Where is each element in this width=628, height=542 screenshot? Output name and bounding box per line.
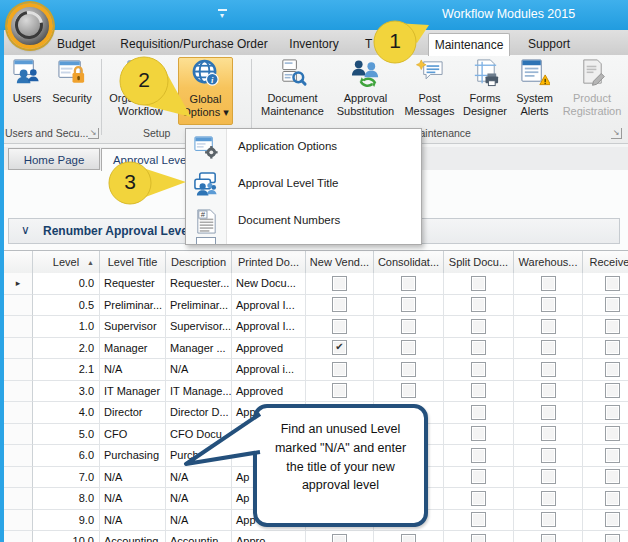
checkbox-unchecked-icon[interactable] — [332, 362, 347, 377]
cell-level[interactable]: 7.0 — [33, 467, 100, 489]
cell-description[interactable]: IT Manage... — [166, 381, 232, 403]
checkbox-unchecked-icon[interactable] — [332, 276, 347, 291]
ribbon-tab-maintenance[interactable]: Maintenance — [428, 33, 510, 56]
cell-level[interactable]: 2.1 — [33, 359, 100, 381]
cell-level-title[interactable]: N/A — [100, 359, 166, 381]
checkbox-unchecked-icon[interactable] — [471, 426, 486, 441]
dialog-launcher-icon[interactable]: ↘ — [611, 128, 622, 139]
checkbox-unchecked-icon[interactable] — [605, 426, 620, 441]
checkbox-unchecked-icon[interactable] — [471, 512, 486, 527]
checkbox-unchecked-icon[interactable] — [471, 405, 486, 420]
checkbox-unchecked-icon[interactable] — [471, 362, 486, 377]
cell-level[interactable]: 1.0 — [33, 316, 100, 338]
ribbon-tab-requisition-purchase-order[interactable]: Requisition/Purchase Order — [118, 33, 270, 55]
ribbon-button-approval-substitution[interactable]: ApprovalSubstitution — [330, 57, 401, 118]
checkbox-unchecked-icon[interactable] — [605, 469, 620, 484]
ribbon-button-security[interactable]: Security — [48, 57, 96, 105]
ribbon-tab-support[interactable]: Support — [510, 33, 588, 55]
checkbox-unchecked-icon[interactable] — [605, 319, 620, 334]
checkbox-unchecked-icon[interactable] — [541, 297, 556, 312]
checkbox-unchecked-icon[interactable] — [605, 340, 620, 355]
checkbox-unchecked-icon[interactable] — [605, 276, 620, 291]
checkbox-unchecked-icon[interactable] — [605, 362, 620, 377]
grid-header-split-docu-[interactable]: Split Docu... — [444, 251, 514, 273]
checkbox-unchecked-icon[interactable] — [332, 383, 347, 398]
cell-level-title[interactable]: Preliminar... — [100, 295, 166, 317]
checkbox-unchecked-icon[interactable] — [332, 319, 347, 334]
checkbox-unchecked-icon[interactable] — [541, 319, 556, 334]
checkbox-unchecked-icon[interactable] — [541, 405, 556, 420]
cell-printed-doc[interactable]: Approval i... — [232, 359, 306, 381]
cell-level[interactable]: 4.0 — [33, 402, 100, 424]
checkbox-unchecked-icon[interactable] — [471, 469, 486, 484]
grid-row-level-10.0[interactable]: 10.0AccountingAccountin...Appro — [4, 531, 628, 542]
cell-level-title[interactable]: N/A — [100, 467, 166, 489]
cell-level-title[interactable]: Manager — [100, 338, 166, 360]
cell-level[interactable]: 0.5 — [33, 295, 100, 317]
cell-printed-doc[interactable]: Approved — [232, 381, 306, 403]
checkbox-unchecked-icon[interactable] — [332, 534, 347, 542]
checkbox-unchecked-icon[interactable] — [605, 534, 620, 542]
cell-description[interactable]: Supervisor... — [166, 316, 232, 338]
checkbox-unchecked-icon[interactable] — [541, 448, 556, 463]
grid-row-level-0.0[interactable]: ▸0.0RequesterRequester...New Docu... — [4, 273, 628, 295]
grid-row-level-3.0[interactable]: 3.0IT ManagerIT Manage...Approved — [4, 381, 628, 403]
checkbox-unchecked-icon[interactable] — [471, 297, 486, 312]
checkbox-unchecked-icon[interactable] — [471, 276, 486, 291]
cell-printed-doc[interactable]: Approval I... — [232, 316, 306, 338]
grid-header-level[interactable]: Level▲ — [33, 251, 100, 273]
ribbon-button-system-alerts[interactable]: SystemAlerts — [512, 57, 557, 118]
grid-row-level-1.0[interactable]: 1.0SupervisorSupervisor...Approval I... — [4, 316, 628, 338]
cell-printed-doc[interactable]: New Docu... — [232, 273, 306, 295]
dialog-launcher-icon[interactable]: ↘ — [88, 128, 99, 139]
grid-header-consolidat-[interactable]: Consolidat... — [374, 251, 444, 273]
checkbox-unchecked-icon[interactable] — [605, 448, 620, 463]
checkbox-unchecked-icon[interactable] — [541, 534, 556, 542]
checkbox-unchecked-icon[interactable] — [605, 512, 620, 527]
cell-level-title[interactable]: Director — [100, 402, 166, 424]
checkbox-unchecked-icon[interactable] — [541, 383, 556, 398]
quick-access-toolbar-dropdown-icon[interactable]: ▾ — [215, 9, 229, 21]
cell-level-title[interactable]: Purchasing — [100, 445, 166, 467]
checkbox-unchecked-icon[interactable] — [401, 276, 416, 291]
ribbon-tab-budget[interactable]: Budget — [40, 33, 112, 55]
grid-row-level-2.1[interactable]: 2.1N/AN/AApproval i... — [4, 359, 628, 381]
checkbox-unchecked-icon[interactable] — [471, 319, 486, 334]
checkbox-unchecked-icon[interactable] — [605, 383, 620, 398]
grid-header-printed-do-[interactable]: Printed Do... — [232, 251, 306, 273]
cell-description[interactable]: Requester... — [166, 273, 232, 295]
cell-level[interactable]: 3.0 — [33, 381, 100, 403]
cell-level[interactable]: 10.0 — [33, 531, 100, 542]
document-tab-home-page[interactable]: Home Page — [8, 148, 100, 170]
checkbox-unchecked-icon[interactable] — [541, 512, 556, 527]
cell-printed-doc[interactable]: Approval I... — [232, 295, 306, 317]
cell-description[interactable]: N/A — [166, 488, 232, 510]
collapse-chevron-icon[interactable]: ∨ — [21, 223, 30, 237]
cell-level-title[interactable]: Supervisor — [100, 316, 166, 338]
checkbox-unchecked-icon[interactable] — [471, 340, 486, 355]
cell-description[interactable]: N/A — [166, 510, 232, 532]
checkbox-unchecked-icon[interactable] — [401, 362, 416, 377]
checkbox-unchecked-icon[interactable] — [541, 491, 556, 506]
grid-header-level-title[interactable]: Level Title — [100, 251, 166, 273]
checkbox-unchecked-icon[interactable] — [471, 491, 486, 506]
checkbox-unchecked-icon[interactable] — [541, 426, 556, 441]
cell-level[interactable]: 0.0 — [33, 273, 100, 295]
grid-header-description[interactable]: Description — [166, 251, 232, 273]
menu-item-approval-level-title[interactable]: Approval Level Title — [186, 166, 421, 203]
checkbox-unchecked-icon[interactable] — [541, 362, 556, 377]
cell-level-title[interactable]: N/A — [100, 510, 166, 532]
cell-level-title[interactable]: Accounting — [100, 531, 166, 542]
cell-level[interactable]: 6.0 — [33, 445, 100, 467]
cell-description[interactable]: Preliminar... — [166, 295, 232, 317]
checkbox-unchecked-icon[interactable] — [401, 383, 416, 398]
grid-header-warehous-[interactable]: Warehous... — [514, 251, 583, 273]
cell-level-title[interactable]: Requester — [100, 273, 166, 295]
grid-row-level-0.5[interactable]: 0.5Preliminar...Preliminar...Approval I.… — [4, 295, 628, 317]
ribbon-button-post-messages[interactable]: PostMessages — [402, 57, 457, 118]
cell-level-title[interactable]: N/A — [100, 488, 166, 510]
cell-level[interactable]: 8.0 — [33, 488, 100, 510]
cell-description[interactable]: N/A — [166, 359, 232, 381]
cell-description[interactable]: Accountin... — [166, 531, 232, 542]
grid-header-received[interactable]: Received — [583, 251, 628, 273]
